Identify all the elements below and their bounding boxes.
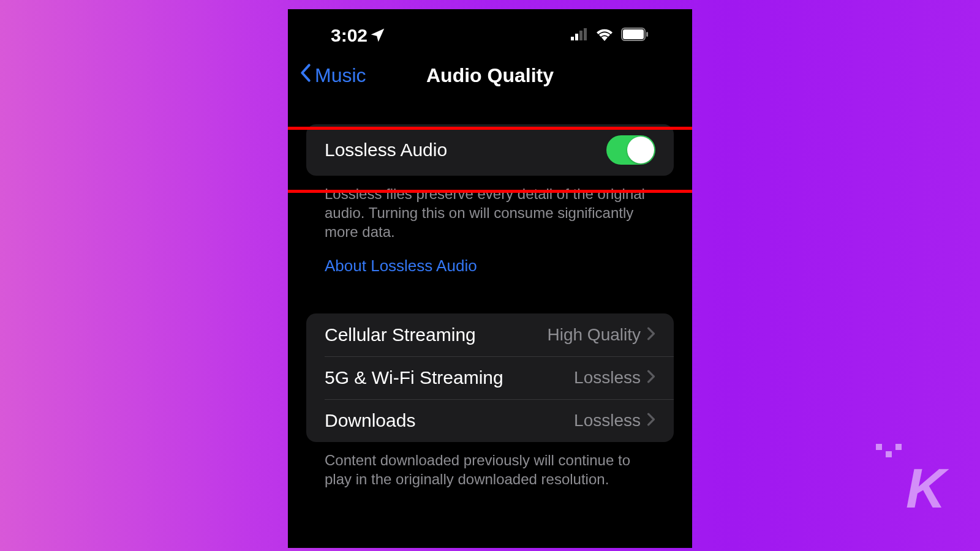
toggle-knob — [627, 137, 654, 163]
lossless-audio-row[interactable]: Lossless Audio — [306, 124, 674, 176]
lossless-footer-text: Lossless files preserve every detail of … — [306, 176, 674, 242]
back-label: Music — [315, 64, 366, 87]
cellular-streaming-row[interactable]: Cellular Streaming High Quality — [306, 313, 674, 356]
wifi-streaming-value: Lossless — [574, 368, 641, 388]
downloads-label: Downloads — [325, 410, 415, 431]
status-time: 3:02 — [331, 25, 368, 46]
lossless-audio-label: Lossless Audio — [325, 140, 447, 160]
wifi-icon — [595, 28, 614, 43]
navigation-bar: Music Audio Quality — [288, 57, 692, 94]
location-icon — [371, 25, 385, 46]
downloads-footer-text: Content downloaded previously will conti… — [306, 442, 674, 489]
cellular-signal-icon — [571, 28, 588, 43]
downloads-row[interactable]: Downloads Lossless — [306, 399, 674, 442]
watermark-dots — [876, 444, 900, 459]
quality-options-group: Cellular Streaming High Quality 5G & Wi-… — [306, 313, 674, 442]
lossless-audio-toggle[interactable] — [606, 135, 655, 165]
chevron-right-icon — [647, 411, 655, 430]
back-button[interactable]: Music — [299, 63, 366, 88]
about-lossless-link[interactable]: About Lossless Audio — [306, 242, 674, 276]
svg-rect-6 — [646, 32, 648, 37]
chevron-right-icon — [647, 368, 655, 388]
lossless-toggle-group: Lossless Audio — [306, 124, 674, 176]
svg-rect-3 — [584, 28, 587, 40]
phone-screen: 3:02 — [288, 9, 692, 548]
wifi-streaming-label: 5G & Wi-Fi Streaming — [325, 367, 503, 388]
svg-rect-5 — [623, 29, 644, 39]
status-bar: 3:02 — [288, 20, 692, 51]
svg-rect-2 — [579, 31, 582, 40]
downloads-value: Lossless — [574, 411, 641, 430]
watermark-logo: K — [906, 457, 943, 520]
cellular-streaming-label: Cellular Streaming — [325, 324, 476, 345]
svg-rect-0 — [571, 37, 574, 40]
wifi-streaming-row[interactable]: 5G & Wi-Fi Streaming Lossless — [306, 356, 674, 399]
chevron-right-icon — [647, 325, 655, 345]
battery-icon — [621, 28, 648, 43]
cellular-streaming-value: High Quality — [547, 325, 641, 345]
chevron-left-icon — [299, 63, 312, 88]
svg-rect-1 — [575, 34, 578, 40]
